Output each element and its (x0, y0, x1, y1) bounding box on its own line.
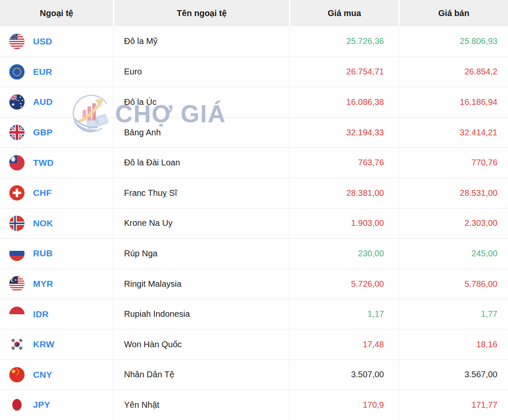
usd-flag-icon (9, 34, 25, 49)
currency-row: KRW Won Hàn Quốc 17,48 18,16 (0, 329, 508, 360)
aud-flag-icon (9, 94, 25, 110)
nok-flag-icon (9, 216, 25, 231)
rub-flag-icon (9, 246, 25, 261)
currency-cell: RUB (0, 238, 113, 269)
currency-rate-table-page: Ngoại tệ Tên ngoại tệ Giá mua Giá bán US… (0, 0, 508, 420)
currency-name: Đô la Úc (113, 87, 289, 117)
buy-price: 763,76 (289, 147, 398, 178)
buy-price: 28.381,00 (289, 178, 398, 208)
currency-cell: AUD (0, 87, 113, 117)
jpy-flag-icon (9, 397, 25, 412)
currency-code[interactable]: CHF (33, 188, 52, 198)
currency-name: Franc Thuỵ Sĩ (113, 178, 289, 208)
buy-price: 230,00 (289, 238, 398, 269)
header-cell-currency: Ngoại tệ (0, 0, 113, 26)
sell-price: 28.531,00 (398, 178, 508, 208)
currency-row: TWD Đô la Đài Loan 763,76 770,76 (0, 147, 508, 178)
header-cell-sell-price: Giá bán (398, 0, 508, 26)
sell-price: 5.786,00 (398, 269, 508, 299)
currency-code[interactable]: NOK (33, 218, 53, 228)
header-cell-currency-name: Tên ngoại tệ (113, 0, 289, 26)
currency-code[interactable]: RUB (33, 248, 52, 258)
currency-cell: JPY (0, 390, 113, 420)
currency-row: AUD Đô la Úc 16.086,38 16.186,94 (0, 87, 508, 117)
currency-cell: IDR (0, 299, 113, 329)
buy-price: 26.754,71 (289, 57, 398, 87)
currency-cell: GBP (0, 117, 113, 148)
currency-code[interactable]: MYR (33, 279, 53, 289)
currency-cell: NOK (0, 208, 113, 239)
twd-flag-icon (9, 155, 25, 170)
currency-row: NOK Krone Na Uy 1.903,00 2.303,00 (0, 208, 508, 239)
currency-name: Đô la Mỹ (113, 26, 289, 57)
currency-row: MYR Ringit Malaysia 5.726,00 5.786,00 (0, 269, 508, 299)
currency-code[interactable]: USD (33, 36, 52, 47)
sell-price: 25.806,93 (398, 26, 508, 57)
sell-price: 2.303,00 (398, 208, 508, 239)
table-body: USD Đô la Mỹ 25.726,36 25.806,93 EUR Eur… (0, 26, 508, 420)
buy-price: 1,17 (289, 299, 398, 329)
currency-row: GBP Bảng Anh 32.194,33 32.414,21 (0, 117, 508, 148)
currency-row: EUR Euro 26.754,71 26.854,2 (0, 57, 508, 87)
currency-cell: MYR (0, 269, 113, 299)
currency-code[interactable]: CNY (33, 370, 52, 380)
gbp-flag-icon (9, 125, 25, 140)
currency-code[interactable]: EUR (33, 67, 52, 77)
currency-cell: CHF (0, 178, 113, 208)
sell-price: 171,77 (398, 390, 508, 420)
currency-code[interactable]: JPY (33, 400, 50, 410)
buy-price: 25.726,36 (289, 26, 398, 57)
currency-code[interactable]: KRW (33, 339, 55, 349)
krw-flag-icon (9, 337, 25, 352)
buy-price: 170,9 (289, 390, 398, 420)
sell-price: 770,76 (398, 147, 508, 178)
currency-cell: TWD (0, 147, 113, 178)
currency-name: Yên Nhật (113, 390, 289, 420)
currency-name: Krone Na Uy (113, 208, 289, 239)
currency-name: Won Hàn Quốc (113, 329, 289, 360)
sell-price: 1,77 (398, 299, 508, 329)
currency-cell: KRW (0, 329, 113, 360)
buy-price: 5.726,00 (289, 269, 398, 299)
currency-row: JPY Yên Nhật 170,9 171,77 (0, 390, 508, 420)
currency-cell: USD (0, 26, 113, 57)
header-cell-buy-price: Giá mua (289, 0, 398, 26)
currency-code[interactable]: GBP (33, 127, 52, 137)
currency-row: IDR Rupiah Indonesia 1,17 1,77 (0, 299, 508, 329)
sell-price: 26.854,2 (398, 57, 508, 87)
currency-name: Rupiah Indonesia (113, 299, 289, 329)
chf-flag-icon (9, 185, 25, 200)
currency-name: Nhân Dân Tệ (113, 360, 289, 390)
currency-code[interactable]: AUD (33, 97, 52, 107)
currency-name: Bảng Anh (113, 117, 289, 148)
table-header-row: Ngoại tệ Tên ngoại tệ Giá mua Giá bán (0, 0, 508, 26)
currency-row: RUB Rúp Nga 230,00 245,00 (0, 238, 508, 269)
idr-flag-icon (9, 307, 25, 322)
sell-price: 245,00 (398, 238, 508, 269)
currency-row: CNY Nhân Dân Tệ 3.507,00 3.567,00 (0, 360, 508, 390)
currency-name: Euro (113, 57, 289, 87)
buy-price: 1.903,00 (289, 208, 398, 239)
sell-price: 18,16 (398, 329, 508, 360)
buy-price: 32.194,33 (289, 117, 398, 148)
currency-name: Ringit Malaysia (113, 269, 289, 299)
buy-price: 3.507,00 (289, 360, 398, 390)
sell-price: 32.414,21 (398, 117, 508, 148)
currency-cell: EUR (0, 57, 113, 87)
currency-name: Rúp Nga (113, 238, 289, 269)
buy-price: 17,48 (289, 329, 398, 360)
currency-row: USD Đô la Mỹ 25.726,36 25.806,93 (0, 26, 508, 57)
currency-code[interactable]: TWD (33, 158, 54, 168)
eur-flag-icon (9, 64, 25, 80)
cny-flag-icon (9, 367, 25, 382)
myr-flag-icon (9, 276, 25, 291)
currency-code[interactable]: IDR (33, 309, 49, 319)
buy-price: 16.086,38 (289, 87, 398, 117)
currency-row: CHF Franc Thuỵ Sĩ 28.381,00 28.531,00 (0, 178, 508, 208)
currency-cell: CNY (0, 360, 113, 390)
sell-price: 3.567,00 (398, 360, 508, 390)
currency-name: Đô la Đài Loan (113, 147, 289, 178)
sell-price: 16.186,94 (398, 87, 508, 117)
